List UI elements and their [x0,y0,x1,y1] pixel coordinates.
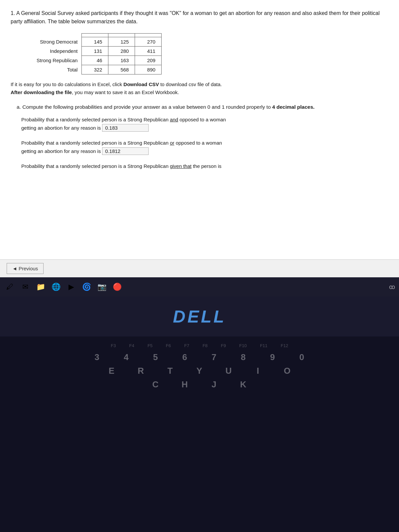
key-7: 7 [201,352,227,362]
table-wrapper: Strong Democrat 145 125 270 Independent … [11,33,388,74]
key-e: E [98,366,125,376]
sub-question-a: a. Compute the following probabilities a… [17,103,388,170]
row-yes-ok-3: 322 [82,65,108,74]
sub-question-label-a: a. Compute the following probabilities a… [17,103,388,111]
num-key-row: 3 4 5 6 7 8 9 0 [7,352,392,362]
prob-block-3: Probability that a randomly selected per… [21,162,388,170]
col-header-total [135,33,162,37]
taskbar-right-icon: ꝏ [389,283,395,291]
row-total-3: 890 [135,65,162,74]
prob1-text: Probability that a randomly selected per… [21,116,388,123]
key-0: 0 [289,352,315,362]
row-yes-ok-1: 131 [82,46,108,56]
fn-key-f5: F5 [148,343,153,348]
fn-key-row: F3 F4 F5 F6 F7 F8 F9 F10 F11 F12 [7,343,392,348]
prob2-text: Probability that a randomly selected per… [21,139,388,147]
after-downloading: After downloading the file [11,89,72,95]
key-u: U [215,366,242,376]
key-h: H [172,379,198,390]
key-r: R [128,366,154,376]
row-not-ok-0: 125 [108,37,135,46]
taskbar-icon-camera[interactable]: 📷 [96,281,108,293]
download-note: If it is easy for you to do calculations… [11,80,388,96]
fn-key-f3: F3 [111,343,116,348]
taskbar: 🖊 ✉ 📁 🌐 ▶ 🌀 📷 🔴 ꝏ [0,277,399,297]
prob-block-2: Probability that a randomly selected per… [21,139,388,155]
fn-key-f11: F11 [260,343,267,348]
fn-key-f9: F9 [221,343,226,348]
row-not-ok-2: 163 [108,56,135,65]
taskbar-icon-circle[interactable]: 🌀 [80,281,92,293]
key-t: T [157,366,184,376]
row-label-0: Strong Democrat [31,37,82,46]
fn-key-f4: F4 [129,343,134,348]
key-4: 4 [113,352,140,362]
prob1-input-row: getting an abortion for any reason is [21,124,388,132]
col-header-not-ok [108,33,135,37]
row-label-2: Strong Republican [31,56,82,65]
prob2-conjunction: or [170,140,174,146]
table-row: Strong Republican 46 163 209 [31,56,162,65]
key-5: 5 [142,352,169,362]
prob-block-1: Probability that a randomly selected per… [21,116,388,132]
col-header-yes-ok [82,33,108,37]
taskbar-icon-folder[interactable]: 📁 [35,281,47,293]
top-letter-row: E R T Y U I O [7,366,392,376]
prob2-input[interactable] [102,147,149,155]
taskbar-icon-browser[interactable]: 🌐 [50,281,62,293]
keyboard-area: F3 F4 F5 F6 F7 F8 F9 F10 F11 F12 3 4 5 6… [0,336,399,532]
row-not-ok-1: 280 [108,46,135,56]
dell-logo: DELL [173,307,226,327]
prob1-conjunction: and [170,117,178,122]
row-total-1: 411 [135,46,162,56]
key-6: 6 [172,352,198,362]
row-total-2: 209 [135,56,162,65]
download-csv-link[interactable]: Download CSV [123,81,159,87]
prob2-input-row: getting an abortion for any reason is [21,147,388,155]
data-table: Strong Democrat 145 125 270 Independent … [31,33,162,74]
taskbar-icon-mail[interactable]: ✉ [19,281,31,293]
row-label-1: Independent [31,46,82,56]
key-k: K [230,379,257,390]
fn-key-f7: F7 [184,343,189,348]
table-row: Strong Democrat 145 125 270 [31,37,162,46]
question-body: A General Social Survey asked participan… [11,10,380,24]
prob1-input[interactable] [102,124,149,132]
key-8: 8 [230,352,257,362]
fn-key-f8: F8 [202,343,207,348]
prob3-text: Probability that a randomly selected per… [21,162,388,170]
col-header-empty [31,33,82,37]
key-y: Y [186,366,213,376]
decimal-places: 4 decimal places. [272,104,315,110]
key-c: C [142,379,169,390]
key-j: J [201,379,227,390]
prob1-label: getting an abortion for any reason is [21,125,101,131]
fn-key-f10: F10 [239,343,246,348]
row-yes-ok-0: 145 [82,37,108,46]
fn-key-f6: F6 [166,343,171,348]
fn-key-f12: F12 [281,343,288,348]
taskbar-icon-play[interactable]: ▶ [65,281,77,293]
question-text: 1. A General Social Survey asked partici… [11,9,388,26]
previous-button[interactable]: ◄ Previous [7,263,44,274]
prob2-label: getting an abortion for any reason is [21,148,101,154]
taskbar-icon-pencil[interactable]: 🖊 [4,281,16,293]
key-i: I [245,366,271,376]
bottom-letter-row: C H J K [7,379,392,390]
key-3: 3 [84,352,110,362]
key-o: O [274,366,301,376]
row-not-ok-3: 568 [108,65,135,74]
prob3-conjunction: given that [170,163,192,169]
taskbar-icon-record[interactable]: 🔴 [111,281,123,293]
row-total-0: 270 [135,37,162,46]
dell-logo-area: DELL [0,297,399,336]
question-number: 1. [11,10,16,16]
table-row: Total 322 568 890 [31,65,162,74]
key-9: 9 [259,352,286,362]
row-label-3: Total [31,65,82,74]
nav-bar: ◄ Previous [0,259,399,277]
content-area: 1. A General Social Survey asked partici… [0,0,399,259]
table-row: Independent 131 280 411 [31,46,162,56]
row-yes-ok-2: 46 [82,56,108,65]
